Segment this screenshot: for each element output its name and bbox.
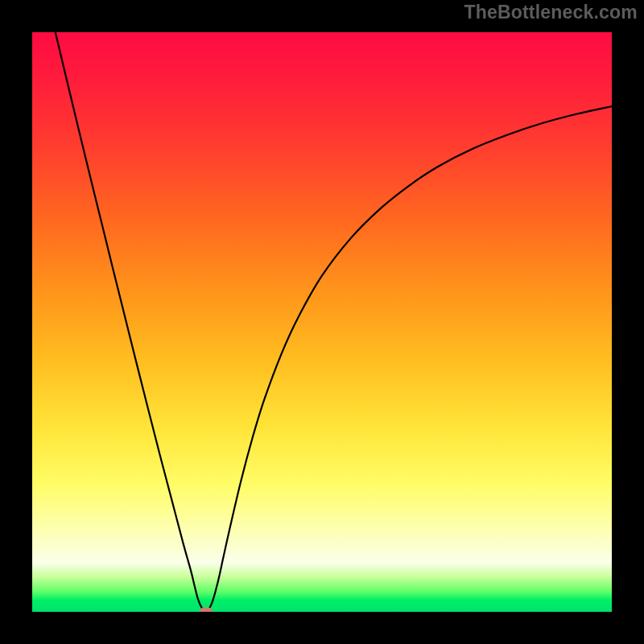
minimum-marker xyxy=(200,608,213,613)
bottleneck-curve xyxy=(32,32,612,612)
plot-area xyxy=(32,32,612,612)
watermark-text: TheBottleneck.com xyxy=(464,3,638,22)
chart-frame: TheBottleneck.com xyxy=(0,0,644,644)
